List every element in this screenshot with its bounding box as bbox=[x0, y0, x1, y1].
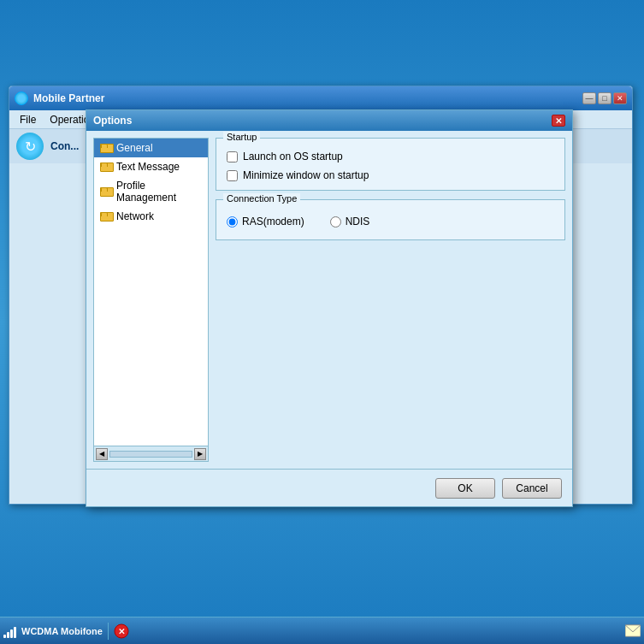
menu-file[interactable]: File bbox=[13, 112, 43, 127]
close-button[interactable]: ✕ bbox=[613, 92, 627, 104]
tree-label-general: General bbox=[116, 142, 153, 154]
tree-label-profile: Profile Management bbox=[116, 180, 203, 204]
dialog-titlebar: Options ✕ bbox=[86, 110, 572, 131]
tree-item-textmessage[interactable]: Text Message bbox=[94, 157, 208, 176]
tree-item-general[interactable]: General bbox=[94, 139, 208, 157]
ok-button[interactable]: OK bbox=[435, 478, 495, 499]
connection-type-row: RAS(modem) NDIS bbox=[227, 212, 554, 231]
content-panel: Startup Launch on OS startup Minimize wi… bbox=[216, 138, 565, 462]
ras-label[interactable]: RAS(modem) bbox=[242, 216, 304, 227]
app-title-left: Mobile Partner bbox=[15, 92, 104, 105]
ras-radio[interactable] bbox=[227, 216, 238, 227]
folder-icon-general bbox=[99, 142, 113, 154]
signal-bar-3 bbox=[10, 629, 13, 638]
ras-option: RAS(modem) bbox=[227, 216, 304, 227]
minimize-on-startup-checkbox[interactable] bbox=[227, 170, 238, 181]
ndis-radio[interactable] bbox=[330, 216, 341, 227]
disconnect-svg: ✕ bbox=[114, 623, 129, 639]
taskbar-divider-1 bbox=[108, 623, 109, 640]
launch-on-startup-label[interactable]: Launch on OS startup bbox=[243, 151, 343, 162]
tree-label-network: Network bbox=[116, 210, 154, 222]
ndis-option: NDIS bbox=[330, 216, 370, 227]
titlebar-buttons: — □ ✕ bbox=[582, 92, 627, 104]
scroll-right-button[interactable]: ▶ bbox=[194, 448, 206, 460]
folder-icon-profile bbox=[99, 186, 113, 198]
connection-type-group: Connection Type RAS(modem) NDIS bbox=[216, 199, 565, 240]
folder-icon-textmessage bbox=[99, 161, 113, 173]
maximize-button[interactable]: □ bbox=[598, 92, 612, 104]
connection-type-group-label: Connection Type bbox=[223, 193, 300, 204]
scroll-track bbox=[109, 451, 192, 458]
tree-panel: General Text Message Profile Management bbox=[93, 138, 209, 462]
mobile-partner-icon bbox=[15, 92, 28, 105]
desktop: Mobile Partner — □ ✕ File Operations ↻ C… bbox=[0, 0, 644, 644]
envelope-svg bbox=[625, 624, 641, 637]
folder-icon-network bbox=[99, 210, 113, 222]
minimize-on-startup-label[interactable]: Minimize window on startup bbox=[243, 169, 369, 181]
taskbar: WCDMA Mobifone ✕ bbox=[0, 617, 644, 644]
dialog-body: General Text Message Profile Management bbox=[86, 131, 572, 469]
connection-label: Con... bbox=[50, 140, 79, 152]
startup-group-label: Startup bbox=[223, 132, 260, 142]
scroll-left-button[interactable]: ◀ bbox=[96, 448, 108, 460]
envelope-icon[interactable] bbox=[625, 623, 641, 639]
tree-item-network[interactable]: Network bbox=[94, 207, 208, 226]
launch-on-startup-row: Launch on OS startup bbox=[227, 151, 554, 162]
dialog-title: Options bbox=[93, 115, 132, 127]
options-dialog: Options ✕ General Text Message bbox=[86, 109, 573, 507]
tree-item-profile[interactable]: Profile Management bbox=[94, 176, 208, 207]
signal-bar-4 bbox=[14, 627, 16, 638]
minimize-on-startup-row: Minimize window on startup bbox=[227, 169, 554, 181]
app-title-text: Mobile Partner bbox=[33, 92, 104, 104]
app-titlebar: Mobile Partner — □ ✕ bbox=[9, 86, 632, 110]
refresh-icon[interactable]: ↻ bbox=[16, 133, 44, 160]
disconnect-icon[interactable]: ✕ bbox=[114, 623, 129, 639]
network-label: WCDMA Mobifone bbox=[21, 626, 103, 636]
cancel-button[interactable]: Cancel bbox=[502, 478, 562, 499]
tree-scrollbar: ◀ ▶ bbox=[94, 446, 208, 461]
ndis-label[interactable]: NDIS bbox=[346, 216, 370, 227]
dialog-footer: OK Cancel bbox=[86, 469, 572, 506]
svg-text:✕: ✕ bbox=[118, 627, 125, 636]
startup-group: Startup Launch on OS startup Minimize wi… bbox=[216, 138, 565, 191]
signal-bars bbox=[3, 624, 16, 638]
dialog-close-button[interactable]: ✕ bbox=[552, 115, 565, 127]
launch-on-startup-checkbox[interactable] bbox=[227, 151, 238, 162]
minimize-button[interactable]: — bbox=[582, 92, 596, 104]
signal-bar-2 bbox=[7, 632, 9, 638]
signal-bar-1 bbox=[3, 635, 6, 638]
tree-label-textmessage: Text Message bbox=[116, 161, 180, 173]
